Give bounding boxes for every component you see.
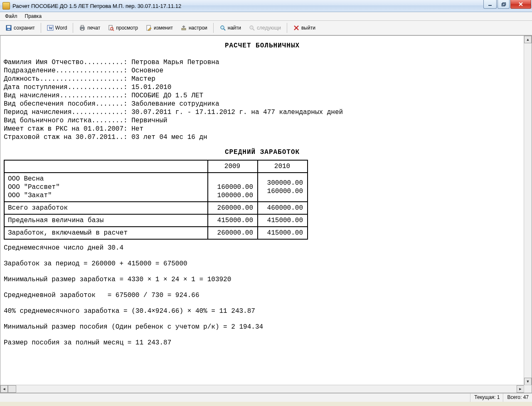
window-titlebar: Расчет ПОСОБИЕ ДО 1.5 ЛЕТ Петрова М.П. п… [0, 0, 532, 12]
status-total-value: 47 [523, 394, 529, 400]
next-icon [249, 25, 255, 31]
menubar: Файл Правка [0, 12, 532, 21]
svg-rect-6 [7, 26, 10, 28]
field-period: Период начисления.............: 30.07.20… [4, 108, 521, 116]
toolbar-next-label: следующи [257, 25, 281, 31]
toolbar-print-label: печат [87, 25, 100, 31]
exit-icon [293, 25, 300, 31]
save-icon [5, 25, 12, 31]
toolbar-settings-label: настрои [189, 25, 207, 31]
scroll-left-button[interactable]: ◄ [0, 385, 8, 393]
field-provision: Вид обеспечения пособия.......: Заболева… [4, 100, 521, 108]
company-1: ООО "Рассвет" [8, 183, 60, 191]
toolbar-find-button[interactable]: найти [217, 23, 244, 33]
word-icon: W [47, 25, 54, 31]
company-1-y2: 160000.00 [267, 188, 303, 195]
included-label: Заработок, включаемый в расчет [4, 227, 208, 239]
menu-file[interactable]: Файл [2, 12, 21, 20]
find-icon [219, 25, 226, 31]
toolbar-save-label: сохранит [14, 25, 35, 31]
hscroll-thumb[interactable] [8, 385, 16, 393]
company-0-y2: 300000.00 [267, 179, 303, 187]
avg-earnings-title: СРЕДНИЙ ЗАРАБОТОК [4, 148, 521, 156]
toolbar: сохранит W Word печат просмотр изменит н… [0, 21, 532, 35]
svg-rect-1 [502, 3, 505, 6]
settings-icon [180, 25, 187, 31]
toolbar-next-button[interactable]: следующи [246, 23, 284, 33]
preview-icon [108, 25, 114, 31]
scroll-corner [524, 385, 532, 393]
toolbar-edit-label: изменит [154, 25, 173, 31]
field-rks: Имеет стаж в РКС на 01.01.2007: Нет [4, 125, 521, 133]
limit-label: Предельная величина базы [4, 214, 208, 227]
company-2: ООО "Закат" [8, 192, 52, 199]
toolbar-preview-label: просмотр [116, 25, 138, 31]
toolbar-print-button[interactable]: печат [76, 23, 103, 33]
toolbar-word-button[interactable]: W Word [44, 23, 70, 33]
svg-line-21 [253, 29, 254, 30]
earnings-limit-row: Предельная величина базы 415000.00 41500… [4, 214, 308, 227]
earnings-header-y1: 2009 [208, 160, 258, 173]
statusbar: Текущая: 1 Всего: 47 [0, 393, 532, 402]
toolbar-exit-label: выйти [301, 25, 315, 31]
included-y2: 415000.00 [258, 227, 308, 239]
app-icon [2, 2, 10, 10]
status-spacer [0, 394, 470, 402]
earnings-header-y2: 2010 [258, 160, 308, 173]
calc-min-benefit: Минимальный размер пособия (Один ребенок… [4, 323, 521, 331]
scroll-right-button[interactable]: ► [517, 385, 524, 393]
status-current-label: Текущая: [474, 394, 495, 400]
toolbar-preview-button[interactable]: просмотр [105, 23, 141, 33]
company-2-y1: 100000.00 [217, 192, 253, 199]
included-y1: 260000.00 [208, 227, 258, 239]
toolbar-save-button[interactable]: сохранит [2, 23, 38, 33]
scroll-up-button[interactable]: ▲ [524, 36, 532, 43]
doc-title: РАСЧЕТ БОЛЬНИЧНЫХ [4, 42, 521, 50]
svg-point-20 [250, 26, 253, 29]
total-label: Всего заработок [4, 202, 208, 214]
svg-line-15 [113, 30, 114, 31]
total-y2: 460000.00 [258, 202, 308, 214]
calc-full-month: Размер пособия за полный месяц = 11 243.… [4, 339, 521, 347]
window-minimize-button[interactable] [483, 0, 497, 9]
status-total-label: Всего: [507, 394, 522, 400]
toolbar-settings-button[interactable]: настрои [177, 23, 210, 33]
svg-rect-7 [7, 29, 10, 30]
earnings-included-row: Заработок, включаемый в расчет 260000.00… [4, 227, 308, 239]
calc-forty: 40% среднемесячного заработка = (30.4×92… [4, 307, 521, 315]
calc-avg-days: Среднемесячное число дней 30.4 [4, 244, 521, 252]
print-icon [79, 25, 86, 31]
status-total: Всего: 47 [503, 394, 532, 402]
document-content: РАСЧЕТ БОЛЬНИЧНЫХ Фамилия Имя Отчество..… [0, 36, 524, 385]
window-title: Расчет ПОСОБИЕ ДО 1.5 ЛЕТ Петрова М.П. п… [12, 3, 181, 9]
toolbar-edit-button[interactable]: изменит [143, 23, 176, 33]
window-close-button[interactable] [510, 0, 531, 9]
status-current: Текущая: 1 [470, 394, 503, 402]
calc-min-earn: Минимальный размер заработка = 4330 × 1 … [4, 275, 521, 284]
company-0: ООО Весна [8, 175, 44, 183]
svg-point-18 [221, 26, 224, 29]
scroll-down-button[interactable]: ▼ [524, 378, 532, 385]
horizontal-scrollbar[interactable]: ◄ ► [0, 385, 524, 393]
calc-daily: Среднедневной заработок = 675000 / 730 =… [4, 291, 521, 300]
field-fio: Фамилия Имя Отчество..........: Петрова … [4, 58, 521, 67]
earnings-table: 2009 2010 ООО Весна ООО "Рассвет" ООО "З… [4, 160, 308, 240]
toolbar-word-label: Word [55, 25, 67, 31]
svg-rect-2 [502, 2, 505, 5]
field-sheet: Вид больничного листка........: Первичны… [4, 116, 521, 125]
toolbar-find-label: найти [228, 25, 241, 31]
svg-line-19 [224, 29, 225, 30]
edit-icon [145, 25, 152, 31]
window-maximize-button[interactable] [498, 0, 510, 9]
svg-rect-12 [81, 29, 84, 30]
svg-text:W: W [49, 26, 53, 30]
calculation-block: Среднемесячное число дней 30.4 Заработок… [4, 244, 521, 347]
svg-rect-11 [81, 25, 84, 27]
vertical-scrollbar[interactable]: ▲ ▼ [524, 36, 532, 385]
menu-edit[interactable]: Правка [22, 12, 45, 20]
limit-y2: 415000.00 [258, 214, 308, 227]
field-accrual: Вид начисления................: ПОСОБИЕ … [4, 92, 521, 100]
company-1-y1: 160000.00 [217, 183, 253, 191]
earnings-total-row: Всего заработок 260000.00 460000.00 [4, 202, 308, 214]
toolbar-exit-button[interactable]: выйти [290, 23, 318, 33]
